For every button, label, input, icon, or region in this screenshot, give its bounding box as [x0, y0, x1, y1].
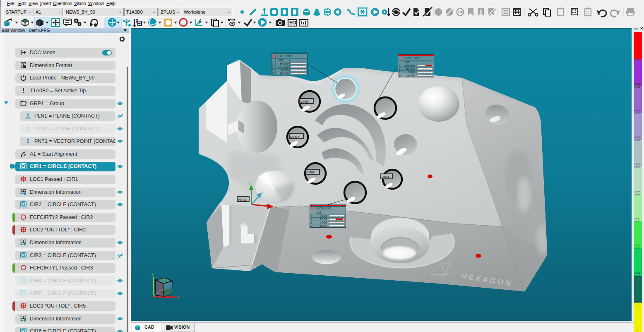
svg-text:CIR8*: CIR8* [300, 100, 309, 103]
svg-text:X: X [177, 295, 179, 299]
svg-text:z: z [262, 190, 264, 194]
svg-text:Y: Y [151, 272, 154, 277]
svg-text:x: x [275, 204, 277, 209]
svg-text:CIR4: CIR4 [382, 175, 389, 179]
svg-text:Z: Z [162, 288, 164, 292]
svg-text:CIR7*: CIR7* [290, 135, 299, 139]
svg-text:y: y [249, 180, 251, 185]
svg-text:CIR6*: CIR6* [306, 171, 315, 174]
svg-text:PNT1: PNT1 [238, 198, 246, 202]
